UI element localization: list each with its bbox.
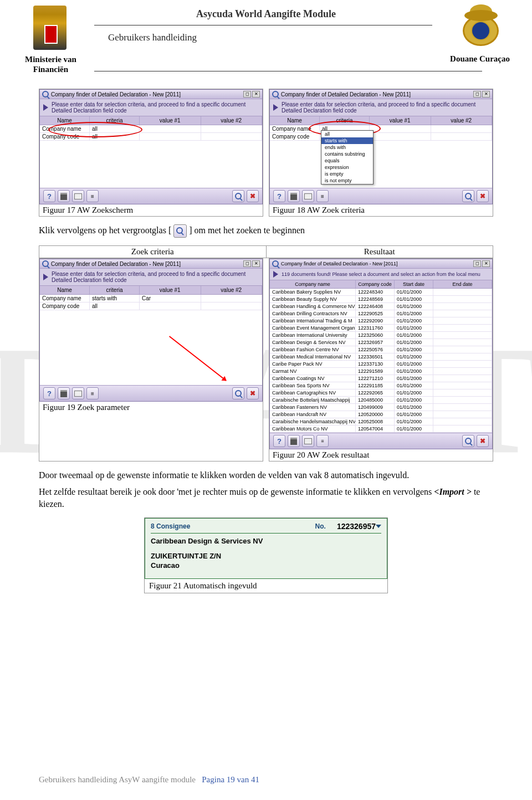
table-row[interactable]: Caribbean Cartographics NV12229206501/01… [270,389,492,397]
mail-button[interactable] [302,190,314,202]
table-row[interactable]: Company nameall [40,125,262,133]
table-row[interactable]: Caraibische Handelsmaatschappij NV120525… [270,418,492,425]
close-icon[interactable]: ✕ [482,91,490,98]
table-row[interactable]: Caribbean Event Management Organisa12231… [270,325,492,332]
arrow-right-icon [273,271,278,278]
ministry-label: Ministerie van Financiën [25,54,76,74]
douane-crest-icon [460,4,502,52]
table-row[interactable]: Carmat NV12229158901/01/2000 [270,368,492,375]
help-button[interactable]: ? [273,435,285,447]
criteria-dropdown[interactable]: allstarts withends withcontains substrin… [321,130,374,184]
maximize-icon[interactable]: ◻ [473,260,481,267]
magnify-button-inline[interactable] [173,224,187,238]
table-row[interactable]: Caribbean International University122325… [270,332,492,339]
export-button[interactable]: ≡ [316,435,329,447]
search-icon [42,91,49,98]
dropdown-option[interactable]: ends with [321,144,373,151]
grid-empty-area [40,310,262,385]
search-button[interactable] [462,435,474,447]
table-row[interactable]: Company nameall [270,125,492,133]
table-row[interactable]: Caribbean Handling & Commerce NV12224640… [270,303,492,310]
figure-caption: Figuur 18 AW Zoek criteria [269,204,493,216]
grid-header: Name criteria value #1 value #2 [270,116,492,125]
print-button[interactable] [58,190,70,202]
instruction-text: 119 documents found! Please select a doc… [282,271,480,277]
close-icon[interactable]: ✕ [252,91,260,98]
close-button[interactable]: ✖ [477,435,489,447]
export-button[interactable]: ≡ [86,190,99,202]
magnify-icon [465,193,472,199]
table-row[interactable]: Company codeall [270,133,492,141]
dropdown-option[interactable]: contains substring [321,151,373,157]
body-paragraph: Door tweemaal op de gewenste informatie … [39,469,493,481]
dropdown-option[interactable]: expression [321,164,373,171]
figure-caption: Figuur 21 Automatisch ingevuld [145,579,387,593]
divider [94,25,432,25]
window-titlebar[interactable]: Company finder of Detailed Declaration -… [40,90,262,99]
help-button[interactable]: ? [273,190,285,202]
table-row[interactable]: Caribbean Bakery Supplies NV12224834001/… [270,289,492,296]
table-row[interactable]: Caribbean Coatings NV12227121001/01/2000 [270,375,492,382]
divider [94,71,482,71]
search-button[interactable] [462,190,474,202]
window-titlebar[interactable]: Company finder of Detailed Declaration -… [270,259,492,269]
page-header: Ministerie van Financiën Asycuda World A… [0,0,532,83]
table-row[interactable]: Caribbean Design & Services NV1223269570… [270,339,492,346]
table-row[interactable]: Caribbean International Trading & M12229… [270,317,492,325]
window-title: Company finder of Detailed Declaration -… [51,261,181,267]
table-row[interactable]: Company namestarts withCar [40,295,262,302]
export-button[interactable]: ≡ [86,387,99,399]
table-row[interactable]: Caribbean Medical International NV122336… [270,353,492,361]
figure-17: Company finder of Detailed Declaration -… [39,89,263,217]
section-header-left: Zoek criteria [39,246,267,258]
window-titlebar[interactable]: Company finder of Detailed Declaration -… [270,90,492,99]
table-row[interactable]: Caribbean Beauty Supply NV12224856901/01… [270,296,492,303]
consignee-code[interactable]: 122326957 [337,522,376,531]
dropdown-icon[interactable] [376,525,381,528]
dropdown-option[interactable]: is empty [321,171,373,177]
table-row[interactable]: Caraibische Bottelarij Maatschappij12048… [270,397,492,404]
table-row[interactable]: Company codeall [40,133,262,141]
mail-button[interactable] [72,387,84,399]
window-title: Company finder of Detailed Declaration -… [51,91,181,98]
table-row[interactable]: Company codeall [40,302,262,310]
print-button[interactable] [58,387,70,399]
table-row[interactable]: Caribbean Fashion Centre NV12225057601/0… [270,346,492,353]
window-title: Company finder of Detailed Declaration -… [281,91,411,98]
print-button[interactable] [288,190,300,202]
close-button[interactable]: ✖ [477,190,489,202]
arrow-right-icon [43,274,48,280]
instruction-text: Please enter data for selection criteria… [52,271,259,283]
maximize-icon[interactable]: ◻ [473,91,481,98]
window-titlebar[interactable]: Company finder of Detailed Declaration -… [40,259,262,269]
export-button[interactable]: ≡ [316,190,329,202]
mail-button[interactable] [72,190,84,202]
table-row[interactable]: Caribbean Motors Co NV12054700401/01/200… [270,425,492,433]
dropdown-option[interactable]: equals [321,157,373,164]
close-icon[interactable]: ✕ [252,260,260,267]
consignee-addr2: Curacao [151,561,381,570]
table-row[interactable]: Caribe Paper Pack NV12233713001/01/2000 [270,361,492,368]
close-button[interactable]: ✖ [247,190,259,202]
dropdown-option[interactable]: is not empty [321,177,373,184]
close-icon[interactable]: ✕ [482,260,490,267]
table-row[interactable]: Caribbean Handcraft NV12052000001/01/200… [270,411,492,418]
search-button[interactable] [232,387,244,399]
dropdown-option[interactable]: starts with [321,137,373,144]
maximize-icon[interactable]: ◻ [243,260,251,267]
help-button[interactable]: ? [43,387,55,399]
print-button[interactable] [288,435,300,447]
help-button[interactable]: ? [43,190,55,202]
douane-label: Douane Curaçao [450,54,510,64]
figure-21: 8 Consignee No. 122326957 Caribbean Desi… [144,517,388,593]
dropdown-option[interactable]: all [321,131,373,137]
close-button[interactable]: ✖ [247,387,259,399]
magnify-icon [465,438,472,444]
maximize-icon[interactable]: ◻ [243,91,251,98]
table-row[interactable]: Caribbean Drilling Contractors NV1222905… [270,310,492,317]
table-row[interactable]: Caribbean Sea Sports NV12229118501/01/20… [270,382,492,389]
table-row[interactable]: Caribbean Fasteners NV12049900901/01/200… [270,404,492,411]
search-button[interactable] [232,190,244,202]
mail-button[interactable] [302,435,314,447]
page-footer: Gebruikers handleiding AsyW aangifte mod… [39,775,259,784]
